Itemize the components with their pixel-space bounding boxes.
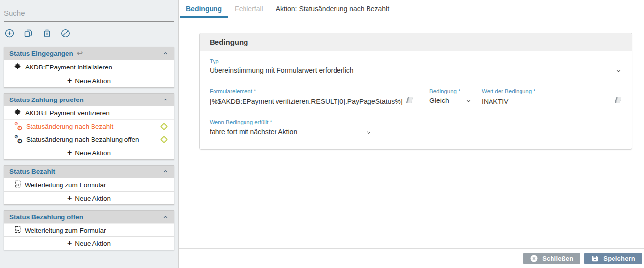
wert-der-bedingung-field: Wert der Bedingung* INAKTIV (482, 88, 622, 108)
save-button-label: Speichern (603, 255, 635, 262)
plus-icon: + (67, 239, 72, 247)
group-title: Status Bezahlung offen (9, 213, 83, 221)
wenn-bedingung-erfuellt-field: Wenn Bedingung erfüllt* fahre fort mit n… (210, 119, 372, 138)
panel-body: Typ Übereinstimmung mit Formularwert erf… (200, 51, 632, 149)
action-item[interactable]: ⚙ ⚙ Statusänderung nach Bezahlung offen (4, 133, 174, 146)
formularelement-label: Formularelement* (210, 88, 413, 94)
group-title: Status Zahlung pruefen (9, 96, 84, 103)
formula-book-icon[interactable] (614, 97, 622, 105)
condition-diamond-icon (160, 122, 168, 130)
save-button[interactable]: Speichern (584, 253, 642, 264)
ban-icon[interactable] (61, 28, 71, 38)
bedingung-value: Gleich (429, 97, 462, 104)
chevron-up-icon[interactable] (162, 97, 169, 103)
formularelement-value: [%$AKDB:EPayment verifizieren.RESULT[0].… (210, 98, 403, 105)
group-header-eingegangen[interactable]: Status Eingegangen ↩ (4, 47, 174, 60)
new-action-label: Neue Aktion (75, 240, 111, 247)
chevron-down-icon (465, 98, 472, 104)
wenn-bedingung-erfuellt-select[interactable]: fahre fort mit nächster Aktion (210, 126, 372, 138)
status-group-eingegangen: Status Eingegangen ↩ AKDB:EPayment initi… (4, 47, 174, 88)
sidebar: Suche Status Eingegangen ↩ (0, 0, 178, 268)
puzzle-icon (14, 108, 22, 117)
gears-icon: ⚙ ⚙ (14, 135, 23, 144)
form-forward-icon (14, 180, 21, 189)
typ-field: Typ Übereinstimmung mit Formularwert erf… (210, 58, 622, 77)
new-action-label: Neue Aktion (75, 195, 111, 202)
action-item[interactable]: AKDB:EPayment verifizieren (4, 106, 174, 119)
sidebar-toolbar (4, 28, 174, 39)
copy-icon[interactable] (23, 28, 33, 38)
formularelement-input[interactable]: [%$AKDB:EPayment verifizieren.RESULT[0].… (210, 95, 413, 108)
close-button[interactable]: Schließen (523, 253, 580, 264)
chevron-up-icon[interactable] (162, 50, 169, 57)
typ-label: Typ (210, 58, 622, 64)
chevron-down-icon (615, 68, 622, 74)
action-item-label: Weiterleitung zum Formular (25, 227, 106, 234)
plus-icon: + (67, 194, 72, 202)
wert-der-bedingung-input[interactable]: INAKTIV (482, 95, 622, 108)
status-group-bezahlt: Status Bezahlt Weiterleitung zum Formula… (4, 165, 174, 205)
action-item-label: AKDB:EPayment verifizieren (25, 109, 110, 117)
wert-der-bedingung-label: Wert der Bedingung* (482, 88, 622, 94)
new-action-button[interactable]: + Neue Aktion (4, 146, 174, 159)
new-action-label: Neue Aktion (75, 149, 111, 157)
add-icon[interactable] (4, 28, 15, 38)
action-item-label: Statusänderung nach Bezahlt (26, 123, 113, 130)
action-item[interactable]: Weiterleitung zum Formular (4, 223, 174, 236)
chevron-up-icon[interactable] (162, 168, 169, 175)
condition-diamond-icon (160, 135, 168, 143)
puzzle-icon (14, 63, 22, 71)
status-group-bezahlung-offen: Status Bezahlung offen Weiterleitung zum… (4, 210, 174, 250)
action-item-label: Statusänderung nach Bezahlung offen (26, 136, 139, 143)
undo-icon: ↩ (77, 50, 83, 57)
tab-aktion-statusaenderung[interactable]: Aktion: Statusänderung nach Bezahlt (270, 1, 396, 18)
action-item-label: AKDB:EPayment initialisieren (25, 64, 112, 71)
group-header-bezahlt[interactable]: Status Bezahlt (4, 166, 174, 178)
tab-bar: Bedingung Fehlerfall Aktion: Statusänder… (179, 0, 644, 18)
new-action-button[interactable]: + Neue Aktion (4, 236, 174, 250)
chevron-down-icon (366, 129, 372, 135)
typ-select[interactable]: Übereinstimmung mit Formularwert erforde… (210, 65, 622, 77)
new-action-label: Neue Aktion (75, 77, 111, 85)
panel-title: Bedingung (200, 34, 632, 51)
action-item[interactable]: AKDB:EPayment initialisieren (4, 60, 174, 74)
action-item-label: Weiterleitung zum Formular (25, 181, 106, 189)
new-action-button[interactable]: + Neue Aktion (4, 74, 174, 87)
bedingung-panel: Bedingung Typ Übereinstimmung mit Formul… (199, 33, 632, 150)
action-item-selected[interactable]: ⚙ ⚙ Statusänderung nach Bezahlt (4, 119, 174, 133)
bedingung-select[interactable]: Gleich (429, 95, 472, 107)
plus-icon: + (67, 149, 72, 157)
formularelement-field: Formularelement* [%$AKDB:EPayment verifi… (210, 88, 413, 108)
group-title: Status Bezahlt (9, 168, 55, 175)
tab-fehlerfall[interactable]: Fehlerfall (228, 1, 270, 18)
footer-bar: Schließen Speichern (179, 248, 644, 268)
status-group-zahlung-pruefen: Status Zahlung pruefen AKDB:EPayment ver… (4, 93, 174, 160)
form-forward-icon (14, 226, 21, 234)
action-item[interactable]: Weiterleitung zum Formular (4, 178, 174, 191)
formula-book-icon[interactable] (406, 97, 413, 105)
search-input[interactable]: Suche (4, 5, 174, 22)
bedingung-field: Bedingung* Gleich (429, 88, 472, 108)
bedingung-label: Bedingung* (429, 88, 472, 94)
wert-der-bedingung-value: INAKTIV (482, 98, 612, 105)
delete-icon[interactable] (42, 28, 52, 38)
plus-icon: + (67, 77, 72, 85)
gears-icon: ⚙ ⚙ (14, 122, 23, 131)
tab-bedingung[interactable]: Bedingung (180, 1, 228, 18)
wenn-bedingung-erfuellt-label: Wenn Bedingung erfüllt* (210, 119, 372, 125)
chevron-up-icon[interactable] (162, 214, 169, 220)
main-content: Bedingung Fehlerfall Aktion: Statusänder… (178, 0, 644, 268)
typ-value: Übereinstimmung mit Formularwert erforde… (210, 67, 613, 74)
new-action-button[interactable]: + Neue Aktion (4, 191, 174, 204)
wenn-bedingung-erfuellt-value: fahre fort mit nächster Aktion (210, 128, 363, 135)
group-header-bezahlung-offen[interactable]: Status Bezahlung offen (4, 211, 174, 223)
group-header-zahlung-pruefen[interactable]: Status Zahlung pruefen (4, 94, 174, 106)
close-button-label: Schließen (542, 255, 573, 262)
group-title: Status Eingegangen (9, 50, 73, 57)
